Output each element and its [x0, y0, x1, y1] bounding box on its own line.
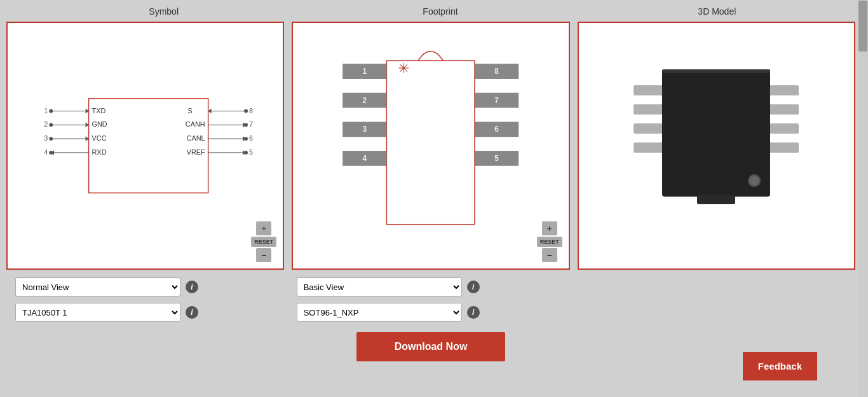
svg-point-36 [49, 151, 53, 155]
svg-text:1: 1 [44, 107, 48, 115]
footprint-variant-section: SOT96-1_NXP i [290, 303, 572, 322]
symbol-view-info-icon[interactable]: i [186, 281, 198, 293]
footprint-view-select[interactable]: Normal View Basic View Full View [297, 277, 462, 296]
bottom-row: Download Now Feedback [6, 332, 855, 361]
symbol-variant-section: TJA1050T 1 i [9, 303, 290, 322]
svg-text:S: S [188, 107, 193, 115]
svg-point-40 [244, 151, 248, 155]
svg-text:RXD: RXD [92, 148, 107, 156]
model3d-content [579, 23, 854, 268]
symbol-zoom-minus[interactable]: − [256, 248, 271, 262]
footprint-view-info-icon[interactable]: i [467, 281, 480, 293]
svg-text:7: 7 [495, 96, 499, 105]
svg-text:✳: ✳ [398, 60, 410, 76]
model3d-panel [578, 22, 855, 270]
symbol-view-select[interactable]: Normal View Basic View Full View [15, 277, 180, 296]
svg-rect-60 [634, 104, 667, 115]
svg-text:1: 1 [363, 67, 367, 76]
footprint-zoom-minus[interactable]: − [542, 248, 557, 262]
feedback-button[interactable]: Feedback [743, 352, 817, 380]
footprint-svg: ✳ 1 2 3 4 8 [293, 23, 568, 268]
symbol-zoom-plus[interactable]: + [256, 221, 271, 235]
svg-text:CANH: CANH [186, 120, 205, 128]
svg-point-39 [244, 137, 248, 141]
symbol-header: Symbol [25, 6, 302, 17]
footprint-variant-select[interactable]: SOT96-1_NXP [297, 303, 462, 322]
controls-row-2: TJA1050T 1 i SOT96-1_NXP i [6, 303, 855, 322]
svg-text:3: 3 [363, 125, 367, 134]
svg-rect-71 [697, 195, 735, 204]
svg-text:8: 8 [495, 67, 499, 76]
svg-point-37 [244, 109, 248, 113]
svg-text:6: 6 [249, 134, 253, 142]
symbol-content: 1 TXD 2 GND 3 VCC 4 RXD [8, 23, 283, 268]
svg-text:4: 4 [363, 154, 367, 163]
svg-rect-41 [387, 60, 475, 224]
svg-rect-66 [766, 143, 799, 153]
svg-text:8: 8 [249, 107, 253, 115]
footprint-zoom-controls: + RESET − [537, 221, 562, 262]
footprint-panel: ✳ 1 2 3 4 8 [292, 22, 569, 270]
svg-text:6: 6 [495, 125, 499, 134]
svg-text:3: 3 [44, 134, 48, 142]
footprint-reset-btn[interactable]: RESET [537, 237, 562, 247]
svg-point-38 [244, 123, 248, 127]
symbol-reset-btn[interactable]: RESET [251, 237, 276, 247]
right-pins-group [766, 85, 799, 153]
svg-rect-68 [662, 69, 770, 73]
svg-text:CANL: CANL [187, 134, 205, 142]
svg-rect-64 [766, 104, 799, 115]
controls-row-1: Normal View Basic View Full View i Norma… [6, 277, 855, 296]
download-button[interactable]: Download Now [356, 332, 506, 361]
header-row: Symbol Footprint 3D Model [6, 6, 855, 17]
footprint-variant-info-icon[interactable]: i [467, 306, 480, 319]
svg-point-70 [750, 176, 759, 185]
panels-row: 1 TXD 2 GND 3 VCC 4 RXD [6, 22, 855, 270]
svg-rect-59 [634, 85, 667, 95]
model3d-header: 3D Model [579, 6, 855, 17]
svg-rect-63 [766, 85, 799, 95]
svg-text:GND: GND [92, 120, 107, 128]
svg-point-34 [49, 123, 53, 127]
footprint-content: ✳ 1 2 3 4 8 [293, 23, 568, 268]
symbol-variant-select[interactable]: TJA1050T 1 [15, 303, 180, 322]
footprint-view-section: Normal View Basic View Full View i [290, 277, 572, 296]
svg-text:2: 2 [44, 120, 48, 128]
svg-point-35 [49, 137, 53, 141]
svg-text:2: 2 [363, 96, 367, 105]
symbol-view-section: Normal View Basic View Full View i [9, 277, 290, 296]
svg-text:TXD: TXD [92, 107, 106, 115]
svg-rect-61 [634, 123, 667, 134]
svg-text:VREF: VREF [187, 148, 205, 156]
symbol-svg: 1 TXD 2 GND 3 VCC 4 RXD [8, 23, 283, 268]
svg-text:5: 5 [249, 148, 253, 156]
svg-text:4: 4 [44, 148, 48, 156]
footprint-zoom-plus[interactable]: + [542, 221, 557, 235]
svg-text:5: 5 [495, 154, 499, 163]
left-pins-group [634, 85, 667, 153]
scrollbar[interactable] [858, 0, 868, 397]
svg-text:7: 7 [249, 120, 253, 128]
main-container: Symbol Footprint 3D Model 1 TXD [0, 0, 868, 374]
scrollbar-thumb[interactable] [858, 1, 867, 52]
svg-text:VCC: VCC [92, 134, 107, 142]
model3d-svg [627, 44, 805, 247]
svg-point-33 [49, 109, 53, 113]
symbol-variant-info-icon[interactable]: i [186, 306, 198, 319]
svg-rect-62 [634, 143, 667, 153]
svg-rect-65 [766, 123, 799, 134]
symbol-panel: 1 TXD 2 GND 3 VCC 4 RXD [6, 22, 284, 270]
footprint-header: Footprint [302, 6, 578, 17]
symbol-zoom-controls: + RESET − [251, 221, 276, 262]
